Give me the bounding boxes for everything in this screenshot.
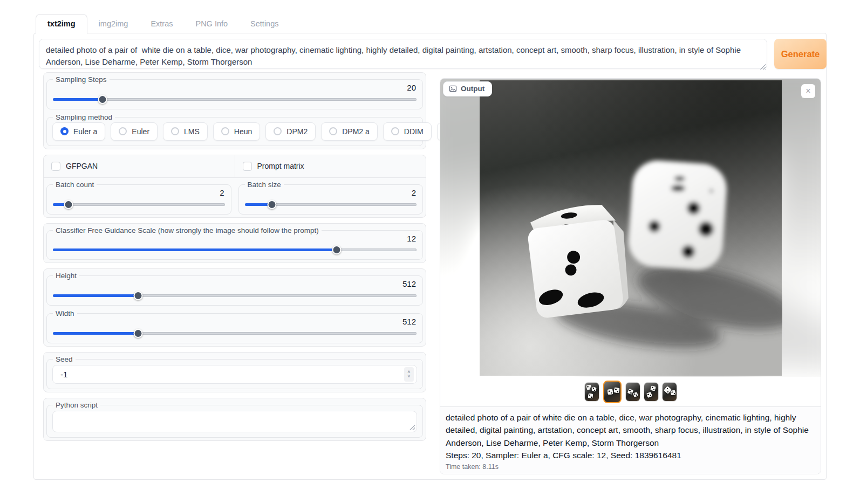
tab-txt2img[interactable]: txt2img xyxy=(36,14,87,34)
info-params-text: Steps: 20, Sampler: Euler a, CFG scale: … xyxy=(446,449,815,461)
cfg-panel: Classifier Free Guidance Scale (how stro… xyxy=(43,223,426,264)
python-script-input[interactable] xyxy=(53,411,417,432)
gfpgan-checkbox[interactable] xyxy=(51,162,60,171)
slider-thumb[interactable] xyxy=(64,200,73,209)
radio-label: Heun xyxy=(234,127,252,136)
radio-label: Euler xyxy=(132,127,149,136)
sampling-option-heun[interactable]: Heun xyxy=(213,122,260,141)
output-panel: Output × detailed photo of a pair of whi… xyxy=(440,78,821,474)
thumbnail-1[interactable] xyxy=(585,383,599,401)
slider-thumb[interactable] xyxy=(134,291,143,300)
tab-png-info[interactable]: PNG Info xyxy=(184,15,239,33)
sampling-panel: Sampling Steps 20 Sampling method Euler … xyxy=(43,72,426,149)
prompt-matrix-label: Prompt matrix xyxy=(257,162,304,170)
batch-size-slider[interactable] xyxy=(245,200,417,209)
output-label-chip: Output xyxy=(443,81,492,96)
batch-size-label: Batch size xyxy=(245,181,284,189)
cfg-group: Classifier Free Guidance Scale (how stro… xyxy=(46,226,423,260)
slider-track[interactable] xyxy=(53,203,225,206)
thumbnail-4[interactable] xyxy=(644,383,658,401)
sampling-steps-slider[interactable] xyxy=(53,95,417,104)
height-group: Height 512 xyxy=(46,272,423,306)
output-label: Output xyxy=(461,85,484,93)
width-label: Width xyxy=(53,309,77,317)
sampling-option-dpm2-a[interactable]: DPM2 a xyxy=(321,122,378,141)
settings-column: Sampling Steps 20 Sampling method Euler … xyxy=(43,72,426,446)
batch-count-group: Batch count 2 xyxy=(46,181,231,215)
radio-icon xyxy=(274,127,282,135)
radio-label: DPM2 xyxy=(286,127,308,136)
seed-group: Seed ˄ ˅ xyxy=(46,355,423,389)
height-label: Height xyxy=(53,272,79,280)
info-time-taken: Time taken: 8.11s xyxy=(446,463,815,471)
width-slider[interactable] xyxy=(53,329,417,338)
radio-selected-icon xyxy=(60,127,69,135)
radio-label: Euler a xyxy=(73,127,97,136)
generated-image-dice[interactable] xyxy=(479,80,782,376)
sampling-method-group: Sampling method Euler a Euler LMS Heun D… xyxy=(46,113,423,146)
batch-size-value: 2 xyxy=(244,189,417,197)
slider-fill xyxy=(53,332,138,335)
slider-fill xyxy=(53,248,337,251)
tab-bar: txt2img img2img Extras PNG Info Settings xyxy=(36,14,290,33)
height-value: 512 xyxy=(52,280,416,288)
generate-button[interactable]: Generate xyxy=(774,39,827,69)
sampling-steps-value: 20 xyxy=(52,84,416,92)
sampling-option-euler-a[interactable]: Euler a xyxy=(52,122,105,141)
tab-img2img[interactable]: img2img xyxy=(87,15,140,33)
tab-settings[interactable]: Settings xyxy=(239,15,290,33)
info-prompt-text: detailed photo of a pair of white die on… xyxy=(446,411,815,449)
radio-icon xyxy=(171,127,179,135)
batch-size-group: Batch size 2 xyxy=(238,181,424,215)
slider-track[interactable] xyxy=(53,98,417,101)
seed-panel: Seed ˄ ˅ xyxy=(43,352,426,392)
cfg-slider[interactable] xyxy=(53,245,417,254)
thumbnail-3[interactable] xyxy=(626,383,640,401)
slider-fill xyxy=(53,98,103,101)
radio-icon xyxy=(391,127,399,135)
cfg-value: 12 xyxy=(52,234,416,243)
slider-thumb[interactable] xyxy=(98,95,107,104)
slider-thumb[interactable] xyxy=(268,200,277,209)
dimensions-panel: Height 512 Width 512 xyxy=(43,268,426,347)
sampling-steps-group: Sampling Steps 20 xyxy=(46,75,423,109)
python-script-group: Python script xyxy=(46,401,423,438)
sampling-steps-label: Sampling Steps xyxy=(53,75,110,84)
sampling-option-euler[interactable]: Euler xyxy=(111,122,158,141)
prompt-matrix-checkbox[interactable] xyxy=(243,162,252,171)
sampling-method-options: Euler a Euler LMS Heun DPM2 DPM2 a DDIM … xyxy=(52,122,417,141)
seed-label: Seed xyxy=(53,355,76,363)
width-group: Width 512 xyxy=(46,309,423,343)
generation-info: detailed photo of a pair of white die on… xyxy=(440,406,821,474)
thumbnail-strip xyxy=(440,377,821,406)
batch-count-value: 2 xyxy=(52,189,224,197)
prompt-matrix-cell: Prompt matrix xyxy=(235,155,426,178)
height-slider[interactable] xyxy=(53,291,417,300)
image-icon xyxy=(449,85,457,93)
prompt-input[interactable] xyxy=(39,39,767,69)
close-icon[interactable]: × xyxy=(801,84,815,98)
slider-thumb[interactable] xyxy=(134,329,143,338)
gfpgan-cell: GFPGAN xyxy=(44,155,235,178)
thumbnail-2-selected[interactable] xyxy=(603,381,622,403)
radio-label: DDIM xyxy=(404,127,424,136)
sampling-option-dpm2[interactable]: DPM2 xyxy=(265,122,316,141)
tab-extras[interactable]: Extras xyxy=(139,15,184,33)
batch-count-slider[interactable] xyxy=(53,200,225,209)
sampling-option-ddim[interactable]: DDIM xyxy=(383,122,432,141)
slider-thumb[interactable] xyxy=(332,245,341,254)
radio-icon xyxy=(119,127,127,135)
number-stepper[interactable]: ˄ ˅ xyxy=(404,367,414,382)
radio-label: LMS xyxy=(184,127,200,136)
seed-input[interactable] xyxy=(59,369,404,379)
thumbnail-5[interactable] xyxy=(663,383,677,401)
radio-label: DPM2 a xyxy=(342,127,370,136)
gfpgan-label: GFPGAN xyxy=(66,162,98,170)
width-value: 512 xyxy=(52,317,416,326)
stepper-down-icon[interactable]: ˅ xyxy=(407,374,410,378)
cfg-label: Classifier Free Guidance Scale (how stro… xyxy=(53,226,322,234)
python-script-label: Python script xyxy=(53,401,100,409)
sampling-option-lms[interactable]: LMS xyxy=(163,122,208,141)
output-gallery: Output × xyxy=(440,79,821,377)
slider-fill xyxy=(53,294,138,297)
